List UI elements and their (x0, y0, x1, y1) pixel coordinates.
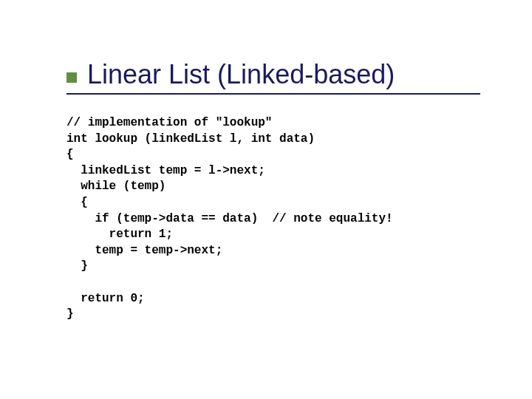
bullet-icon (66, 72, 77, 83)
code-block: // implementation of "lookup" int lookup… (66, 115, 488, 323)
title-underline (66, 93, 480, 95)
title-row: Linear List (Linked-based) (66, 59, 488, 90)
slide-title: Linear List (Linked-based) (87, 59, 395, 90)
